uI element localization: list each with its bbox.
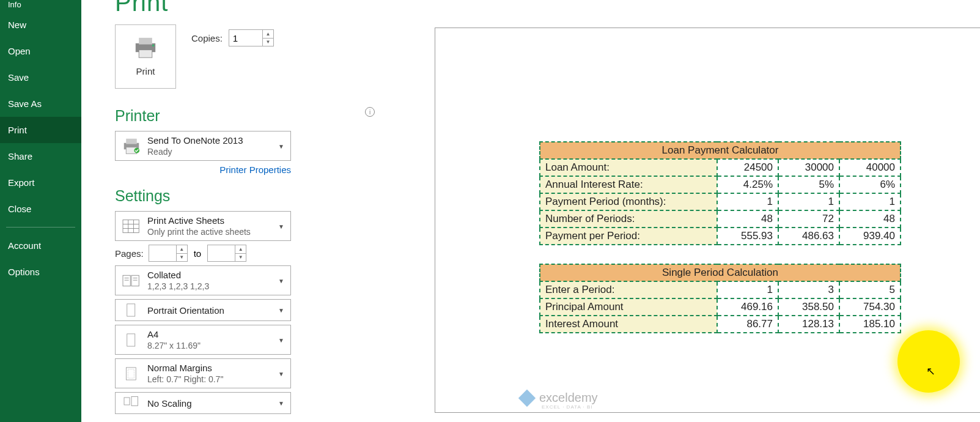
- watermark-brand: exceldemy: [539, 391, 598, 405]
- watermark-logo-icon: [518, 389, 536, 406]
- svg-rect-19: [127, 304, 135, 316]
- chevron-down-icon: ▼: [278, 336, 284, 343]
- pages-from-up[interactable]: ▲: [177, 245, 187, 254]
- chevron-down-icon: ▼: [278, 277, 284, 284]
- pages-label: Pages:: [115, 248, 144, 259]
- collate-line1: Collated: [147, 270, 286, 280]
- copies-up[interactable]: ▲: [263, 30, 273, 39]
- printer-heading: Printer: [115, 107, 378, 125]
- scaling-icon: [120, 393, 142, 413]
- copies-down[interactable]: ▼: [263, 39, 273, 46]
- printer-status: Ready: [147, 147, 286, 157]
- copies-spinner[interactable]: ▲ ▼: [229, 29, 274, 46]
- sidebar-item-save[interactable]: Save: [0, 64, 81, 91]
- printer-device-icon: [120, 136, 142, 156]
- scaling-select[interactable]: No Scaling ▼: [115, 392, 291, 414]
- printer-info-icon[interactable]: i: [365, 107, 375, 117]
- margins-line1: Normal Margins: [147, 363, 286, 373]
- print-button[interactable]: Print: [115, 24, 176, 89]
- collate-select[interactable]: Collated 1,2,3 1,2,3 1,2,3 ▼: [115, 265, 291, 295]
- pages-from-input[interactable]: [149, 245, 176, 261]
- printer-name: Send To OneNote 2013: [147, 135, 286, 146]
- sidebar-item-share[interactable]: Share: [0, 143, 81, 169]
- svg-rect-20: [127, 333, 135, 346]
- svg-rect-5: [126, 138, 137, 144]
- pages-to-down[interactable]: ▼: [235, 254, 246, 262]
- watermark: exceldemy EXCEL · DATA · BI: [521, 391, 598, 405]
- pages-to-up[interactable]: ▲: [235, 245, 246, 254]
- svg-rect-23: [124, 398, 130, 405]
- page-title: Print: [115, 0, 980, 17]
- print-what-line1: Print Active Sheets: [147, 215, 286, 226]
- printer-properties-link[interactable]: Printer Properties: [115, 165, 291, 175]
- collate-line2: 1,2,3 1,2,3 1,2,3: [147, 281, 286, 291]
- pages-from-down[interactable]: ▼: [177, 254, 187, 262]
- orientation-select[interactable]: Portrait Orientation ▼: [115, 299, 291, 321]
- paper-line1: A4: [147, 329, 286, 339]
- sidebar-item-export[interactable]: Export: [0, 169, 81, 196]
- margins-select[interactable]: Normal Margins Left: 0.7" Right: 0.7" ▼: [115, 358, 291, 388]
- print-what-select[interactable]: Print Active Sheets Only print the activ…: [115, 211, 291, 241]
- chevron-down-icon: ▼: [278, 223, 284, 229]
- sidebar-item-account[interactable]: Account: [0, 232, 81, 259]
- chevron-down-icon: ▼: [278, 370, 284, 377]
- svg-point-3: [152, 45, 155, 47]
- chevron-down-icon: ▼: [278, 143, 284, 149]
- sidebar-item-info[interactable]: Info: [0, 0, 81, 12]
- svg-rect-2: [139, 50, 152, 58]
- sidebar-item-saveas[interactable]: Save As: [0, 91, 81, 117]
- print-button-label: Print: [136, 66, 155, 76]
- svg-rect-14: [131, 275, 139, 286]
- table2-title: Single Period Calculation: [540, 264, 901, 281]
- sidebar-item-open[interactable]: Open: [0, 38, 81, 64]
- scaling-line1: No Scaling: [147, 399, 286, 408]
- sidebar-item-new[interactable]: New: [0, 12, 81, 38]
- sidebar-divider: [6, 227, 75, 228]
- paper-icon: [120, 330, 142, 350]
- highlight-circle: [897, 330, 960, 393]
- collate-icon: [120, 271, 142, 291]
- portrait-icon: [120, 300, 142, 320]
- backstage-sidebar: Info New Open Save Save As Print Share E…: [0, 0, 81, 422]
- settings-heading: Settings: [115, 187, 378, 205]
- copies-input[interactable]: [229, 30, 262, 46]
- sheets-icon: [120, 217, 142, 236]
- copies-label: Copies:: [191, 33, 223, 43]
- svg-rect-1: [139, 38, 152, 45]
- preview-table-1: Loan Payment Calculator Loan Amount:2450…: [539, 141, 901, 245]
- print-what-line2: Only print the active sheets: [147, 227, 286, 237]
- sidebar-item-close[interactable]: Close: [0, 196, 81, 222]
- svg-rect-24: [131, 397, 138, 406]
- chevron-down-icon: ▼: [278, 307, 284, 314]
- svg-rect-13: [123, 275, 130, 286]
- chevron-down-icon: ▼: [278, 400, 284, 407]
- pages-from-spinner[interactable]: ▲▼: [149, 245, 188, 262]
- sidebar-item-print[interactable]: Print: [0, 117, 81, 143]
- margins-icon: [120, 364, 142, 383]
- svg-rect-8: [123, 220, 139, 232]
- pages-to-spinner[interactable]: ▲▼: [207, 245, 246, 262]
- printer-icon: [132, 37, 159, 61]
- printer-select[interactable]: Send To OneNote 2013 Ready ▼: [115, 131, 291, 161]
- orientation-line1: Portrait Orientation: [147, 306, 286, 315]
- watermark-tagline: EXCEL · DATA · BI: [542, 404, 593, 410]
- paper-line2: 8.27" x 11.69": [147, 341, 286, 350]
- preview-table-2: Single Period Calculation Enter a Period…: [539, 264, 901, 333]
- pages-to-input[interactable]: [208, 245, 235, 261]
- margins-line2: Left: 0.7" Right: 0.7": [147, 374, 286, 384]
- table1-title: Loan Payment Calculator: [540, 142, 901, 159]
- pages-to-label: to: [194, 248, 202, 259]
- paper-size-select[interactable]: A4 8.27" x 11.69" ▼: [115, 325, 291, 355]
- sidebar-item-options[interactable]: Options: [0, 259, 81, 285]
